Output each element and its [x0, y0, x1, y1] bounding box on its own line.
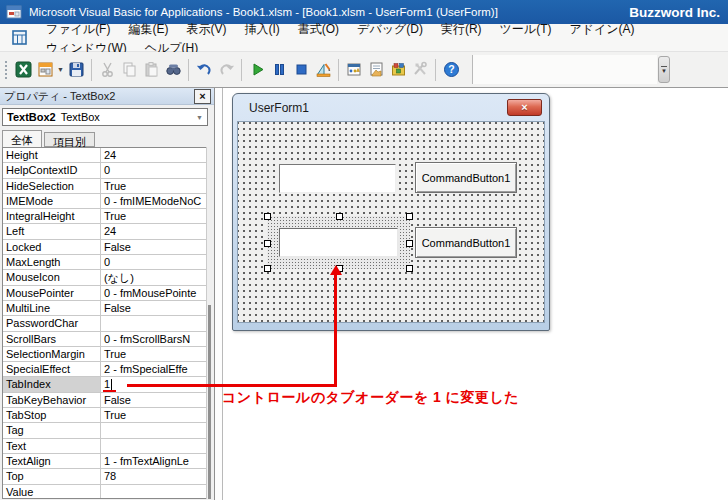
property-name[interactable]: Value [3, 485, 101, 499]
property-row-locked: LockedFalse [3, 240, 209, 255]
menu-item-8[interactable]: アドイン(A) [560, 18, 643, 40]
property-name[interactable]: Text [3, 439, 101, 453]
close-icon[interactable]: × [507, 99, 542, 116]
toolbar-overflow-button[interactable]: ▼ [658, 56, 670, 83]
design-mode-icon[interactable] [312, 58, 334, 82]
insert-userform-icon[interactable] [34, 58, 56, 82]
property-value[interactable] [101, 423, 209, 437]
property-value[interactable]: 0 - fmIMEModeNoC [101, 194, 209, 208]
property-value[interactable]: 0 - fmMousePointe [101, 286, 209, 300]
text-cursor [111, 379, 112, 390]
property-row-maxlength: MaxLength0 [3, 255, 209, 270]
view-excel-icon[interactable] [12, 58, 34, 82]
object-selector-combo[interactable]: TextBox2 TextBox ▼ [2, 108, 208, 126]
reset-icon[interactable] [290, 58, 312, 82]
property-row-left: Left24 [3, 224, 209, 239]
menu-item-4[interactable]: 書式(O) [289, 18, 348, 40]
scrollbar-thumb[interactable] [208, 305, 211, 499]
property-name[interactable]: MultiLine [3, 301, 101, 315]
toolbar-separator [241, 59, 242, 81]
property-value[interactable]: 0 [101, 255, 209, 269]
close-icon[interactable]: × [194, 89, 211, 104]
property-value[interactable]: False [101, 240, 209, 254]
property-value[interactable]: 2 - fmSpecialEffe [101, 362, 209, 376]
property-value[interactable]: 78 [101, 469, 209, 483]
property-name[interactable]: SpecialEffect [3, 362, 101, 376]
userform-design-surface[interactable]: CommandButton1 CommandButton1 [237, 121, 545, 323]
break-icon[interactable] [268, 58, 290, 82]
textbox1-control[interactable] [279, 164, 396, 193]
property-name[interactable]: HideSelection [3, 179, 101, 193]
menu-item-3[interactable]: 挿入(I) [235, 18, 288, 40]
userform-titlebar[interactable]: UserForm1 × [233, 94, 549, 121]
property-value[interactable]: 24 [101, 148, 209, 162]
property-value[interactable] [101, 485, 209, 499]
properties-window-titlebar[interactable]: プロパティ - TextBox2 × [0, 88, 214, 105]
property-name[interactable]: MousePointer [3, 286, 101, 300]
project-explorer-icon[interactable] [343, 58, 365, 82]
tab-categorized[interactable]: 項目別 [44, 132, 95, 147]
property-value[interactable]: 0 [101, 163, 209, 177]
property-name[interactable]: PasswordChar [3, 316, 101, 330]
chevron-down-icon: ▼ [196, 114, 203, 121]
help-icon[interactable]: ? [440, 58, 462, 82]
property-name[interactable]: TabKeyBehavior [3, 393, 101, 407]
property-value[interactable]: True [101, 179, 209, 193]
object-browser-icon[interactable] [387, 58, 409, 82]
commandbutton2-control[interactable]: CommandButton1 [415, 227, 517, 258]
property-value[interactable]: True [101, 408, 209, 422]
menu-item-5[interactable]: デバッグ(D) [348, 18, 432, 40]
property-name[interactable]: HelpContextID [3, 163, 101, 177]
textbox2-selection-frame[interactable] [267, 216, 410, 269]
property-name[interactable]: MaxLength [3, 255, 101, 269]
property-value[interactable]: 1 - fmTextAlignLe [101, 454, 209, 468]
find-icon[interactable] [162, 58, 184, 82]
property-name[interactable]: TabStop [3, 408, 101, 422]
property-name[interactable]: Top [3, 469, 101, 483]
property-value[interactable]: 24 [101, 224, 209, 238]
property-name[interactable]: Height [3, 148, 101, 162]
property-row-mousepointer: MousePointer0 - fmMousePointe [3, 286, 209, 301]
commandbutton1-control[interactable]: CommandButton1 [415, 162, 517, 193]
property-value[interactable]: (なし) [101, 270, 209, 284]
insert-dropdown-caret-icon[interactable]: ▼ [56, 66, 65, 73]
undo-icon[interactable] [193, 58, 215, 82]
tab-alphabetic[interactable]: 全体 [2, 130, 42, 147]
property-name[interactable]: Tag [3, 423, 101, 437]
property-value[interactable]: True [101, 347, 209, 361]
userform-designer-window[interactable]: UserForm1 × CommandButton1 CommandButton… [232, 93, 550, 331]
property-name[interactable]: TextAlign [3, 454, 101, 468]
property-value[interactable] [101, 316, 209, 330]
toolbar-separator [435, 59, 436, 81]
toolbar-grip[interactable] [3, 59, 8, 81]
property-name[interactable]: ScrollBars [3, 332, 101, 346]
tabindex-value-underline [103, 390, 116, 392]
property-name[interactable]: Locked [3, 240, 101, 254]
property-row-passwordchar: PasswordChar [3, 316, 209, 331]
property-value[interactable]: True [101, 209, 209, 223]
properties-window-icon[interactable] [365, 58, 387, 82]
resize-handle-sw[interactable] [264, 265, 271, 272]
menu-item-7[interactable]: ツール(T) [491, 18, 561, 40]
property-name[interactable]: IMEMode [3, 194, 101, 208]
property-name[interactable]: IntegralHeight [3, 209, 101, 223]
run-icon[interactable] [246, 58, 268, 82]
property-name[interactable]: SelectionMargin [3, 347, 101, 361]
resize-handle-nw[interactable] [264, 213, 271, 220]
property-name[interactable]: Left [3, 224, 101, 238]
property-value[interactable]: False [101, 393, 209, 407]
resize-handle-e[interactable] [406, 240, 413, 247]
resize-handle-se[interactable] [406, 265, 413, 272]
save-icon[interactable] [65, 58, 87, 82]
property-name[interactable]: MouseIcon [3, 270, 101, 284]
property-grid-scrollbar[interactable] [206, 147, 212, 499]
property-value[interactable]: 0 - fmScrollBarsN [101, 332, 209, 346]
menu-item-6[interactable]: 実行(R) [432, 18, 491, 40]
property-name[interactable]: TabIndex [3, 377, 101, 391]
textbox2-control[interactable] [279, 228, 398, 257]
resize-handle-ne[interactable] [406, 213, 413, 220]
resize-handle-w[interactable] [264, 240, 271, 247]
resize-handle-n[interactable] [336, 213, 343, 220]
property-value[interactable]: False [101, 301, 209, 315]
property-value[interactable] [101, 439, 209, 453]
